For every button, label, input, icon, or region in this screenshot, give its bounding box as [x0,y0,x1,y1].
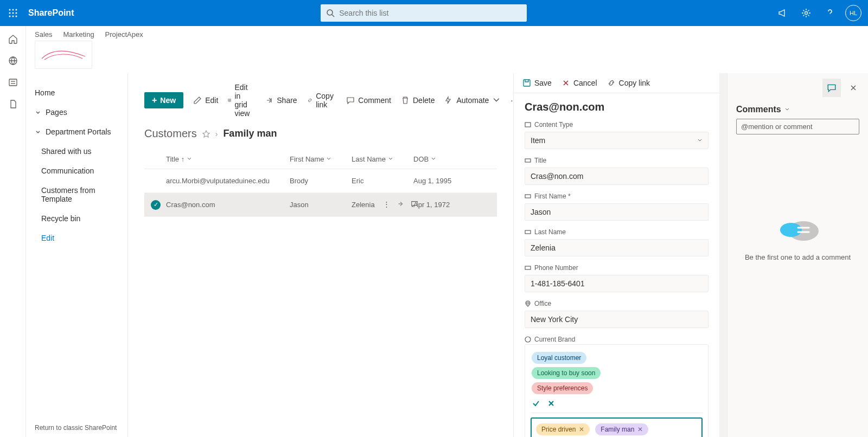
svg-point-37 [780,223,802,237]
site-logo[interactable] [35,41,92,69]
nav-communication[interactable]: Communication [26,161,127,181]
search-box[interactable] [321,4,527,22]
confirm-choice-icon[interactable] [532,399,540,409]
col-firstname[interactable]: First Name [290,155,352,163]
choice-option[interactable]: Style preferences [532,382,593,394]
app-launcher-icon[interactable] [0,0,26,26]
last-name-input[interactable]: Zelenia [525,239,709,256]
globe-rail-icon[interactable] [8,55,18,66]
favorite-star-icon[interactable] [202,130,210,138]
col-title[interactable]: Title ↑ [166,155,290,163]
return-classic-link[interactable]: Return to classic SharePoint [35,424,117,432]
svg-rect-27 [525,195,531,198]
content-type-select[interactable]: Item [525,132,709,149]
site-header: Sales Marketing ProjectApex [26,26,868,73]
panel-save-button[interactable]: Save [522,79,552,87]
panel-cancel-button[interactable]: Cancel [561,79,597,87]
selected-pill[interactable]: Family man✕ [595,423,648,435]
close-panel-icon[interactable] [844,79,863,97]
form-heading: Cras@non.com [525,101,709,113]
edit-grid-button[interactable]: Edit in grid view [228,83,255,118]
nav-shared[interactable]: Shared with us [26,142,127,161]
view-name[interactable]: Family man [223,128,277,139]
text-field-icon [525,229,531,235]
chevron-down-icon [697,138,703,143]
col-lastname[interactable]: Last Name [352,155,413,163]
title-input[interactable]: Cras@non.com [525,168,709,185]
user-avatar[interactable]: HL [845,5,861,21]
field-label: Office [534,300,551,307]
search-input[interactable] [339,9,521,17]
table-row[interactable]: ✓ Cras@non.com ⋮ Jason Zelenia Apr 1, 19… [144,193,497,217]
panel-copy-link-button[interactable]: Copy link [607,79,650,87]
selected-pill[interactable]: Price driven✕ [536,423,590,435]
comments-input[interactable]: @mention or comment [736,119,859,134]
nav-label: Recycle bin [41,214,80,223]
new-button[interactable]: +New [144,92,183,108]
nav-customers[interactable]: Customers from Template [26,181,127,209]
panel-scrollbar[interactable] [719,73,727,437]
col-dob[interactable]: DOB [413,155,475,163]
list-body: +New Edit Edit in grid view Share Copy l… [128,73,513,437]
edit-button[interactable]: Edit [193,96,218,105]
column-headers: Title ↑ First Name Last Name DOB [144,150,497,169]
megaphone-icon[interactable] [774,4,791,22]
row-comment-icon[interactable] [411,200,418,209]
nav-recycle-bin[interactable]: Recycle bin [26,209,127,228]
choice-option[interactable]: Looking to buy soon [532,367,601,379]
svg-point-8 [16,16,17,17]
hub-link[interactable]: Marketing [63,30,94,38]
hub-link[interactable]: Sales [35,30,53,38]
row-selected-check-icon[interactable]: ✓ [151,200,161,210]
svg-rect-25 [525,123,531,127]
nav-dept-portals[interactable]: Department Portals [26,122,127,142]
remove-pill-icon[interactable]: ✕ [637,426,643,433]
table-row[interactable]: arcu.Morbi@vulputateduinec.edu Brody Eri… [144,169,497,193]
list-name[interactable]: Customers [144,127,197,140]
chevron-down-icon [35,109,41,115]
cell-ln: Eric [352,177,413,185]
share-button[interactable]: Share [265,96,297,105]
nav-label: Shared with us [41,147,92,156]
hub-link[interactable]: ProjectApex [105,30,143,38]
comments-heading[interactable]: Comments [727,97,868,119]
text-field-icon [525,157,531,164]
nav-pages[interactable]: Pages [26,102,127,122]
field-label: Phone Number [534,264,578,272]
field-label: Title [534,157,546,164]
svg-point-7 [12,16,14,17]
cell-title: arcu.Morbi@vulputateduinec.edu [166,177,290,185]
cell-fn: Jason [290,201,352,209]
news-rail-icon[interactable] [8,77,18,88]
home-rail-icon[interactable] [8,34,18,44]
choice-option[interactable]: Loyal customer [532,352,586,364]
copy-link-button[interactable]: Copy link [307,92,337,109]
phone-input[interactable]: 1-481-185-6401 [525,275,709,292]
row-overflow-icon[interactable]: ⋮ [383,200,390,209]
command-bar: +New Edit Edit in grid view Share Copy l… [144,83,497,118]
empty-comments-icon [774,216,822,246]
chevron-down-icon [326,156,331,162]
field-label: Last Name [534,228,566,236]
comments-toggle-icon[interactable] [822,79,841,97]
office-input[interactable]: New York City [525,311,709,328]
delete-button[interactable]: Delete [401,96,435,105]
chevron-down-icon [35,128,41,135]
svg-point-31 [525,337,531,342]
brand-label[interactable]: SharePoint [26,8,74,18]
row-share-icon[interactable] [397,200,404,209]
settings-icon[interactable] [797,4,815,22]
svg-point-30 [527,302,529,304]
comment-button[interactable]: Comment [346,96,391,105]
nav-label: Department Portals [46,127,111,136]
nav-home[interactable]: Home [26,83,127,102]
cancel-choice-icon[interactable] [547,399,556,409]
text-field-icon [525,265,531,271]
selected-choices[interactable]: Price driven✕ Family man✕ [531,417,703,437]
files-rail-icon[interactable] [8,99,18,110]
automate-button[interactable]: Automate [444,96,501,105]
help-icon[interactable] [821,4,839,22]
remove-pill-icon[interactable]: ✕ [579,426,584,433]
first-name-input[interactable]: Jason [525,203,709,221]
nav-edit[interactable]: Edit [26,228,127,248]
